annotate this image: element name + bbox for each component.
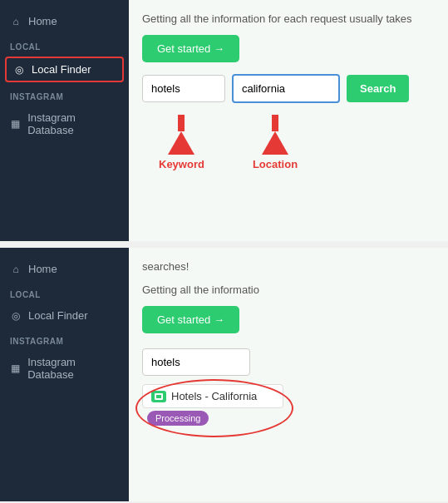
result-name-row[interactable]: Hotels - California <box>142 384 283 408</box>
location-input[interactable] <box>232 74 340 103</box>
info-text-bottom2: Getting all the informatio <box>142 283 435 298</box>
instagram-icon-bottom: ▦ <box>10 362 21 374</box>
location-arrow-label: Location <box>253 158 298 170</box>
sidebar-item-local-finder-bottom[interactable]: ◎ Local Finder <box>0 303 129 328</box>
home-label-bottom: Home <box>28 263 57 275</box>
location-arrow-shaft <box>272 115 278 131</box>
sidebar-item-instagram-top[interactable]: ▦ Instagram Database <box>0 105 129 143</box>
local-section-label: LOCAL <box>0 34 129 55</box>
local-finder-label-bottom: Local Finder <box>28 309 88 322</box>
keyword-arrow-head <box>168 131 194 155</box>
instagram-db-label: Instagram Database <box>27 111 119 136</box>
result-icon <box>151 391 166 402</box>
result-item: Hotels - California Processing <box>142 384 435 426</box>
location-arrow-group: Location <box>253 115 298 170</box>
arrows-container: Keyword Location <box>142 115 435 170</box>
info-text-top: Getting all the information for each req… <box>142 12 435 27</box>
keyword-input-bottom[interactable] <box>142 348 250 376</box>
sidebar-item-home-top[interactable]: ⌂ Home <box>0 8 129 34</box>
info-text-bottom1: searches! <box>142 259 435 274</box>
get-started-button-bottom[interactable]: Get started → <box>142 306 239 333</box>
instagram-icon: ▦ <box>10 118 21 130</box>
location-icon: ◎ <box>13 64 25 76</box>
sidebar-top: ⌂ Home LOCAL ◎ Local Finder INSTAGRAM ▦ … <box>0 0 129 241</box>
search-button[interactable]: Search <box>347 75 409 102</box>
local-section-label-bottom: LOCAL <box>0 282 129 303</box>
sidebar-item-local-finder-top[interactable]: ◎ Local Finder <box>5 57 124 82</box>
location-arrow-head <box>262 131 288 155</box>
keyword-arrow-label: Keyword <box>159 158 204 170</box>
home-icon: ⌂ <box>10 16 22 27</box>
keyword-arrow-group: Keyword <box>159 115 204 170</box>
sidebar-bottom: ⌂ Home LOCAL ◎ Local Finder INSTAGRAM ▦ … <box>0 248 129 501</box>
main-content-bottom: searches! Getting all the informatio Get… <box>129 248 448 501</box>
keyword-input-row-bottom <box>142 348 435 376</box>
result-icon-inner <box>155 393 163 400</box>
instagram-section-label: INSTAGRAM <box>0 84 129 105</box>
instagram-section-label-bottom: INSTAGRAM <box>0 328 129 349</box>
sidebar-item-home-bottom[interactable]: ⌂ Home <box>0 256 129 282</box>
get-started-button-top[interactable]: Get started → <box>142 35 239 62</box>
sidebar-item-instagram-bottom[interactable]: ▦ Instagram Database <box>0 349 129 387</box>
keyword-arrow-shaft <box>178 115 185 131</box>
keyword-input[interactable] <box>142 75 225 102</box>
local-finder-label: Local Finder <box>32 63 91 76</box>
instagram-db-label-bottom: Instagram Database <box>27 356 119 381</box>
home-label: Home <box>28 15 57 27</box>
main-content-top: Getting all the information for each req… <box>129 0 448 241</box>
home-icon-bottom: ⌂ <box>10 264 22 275</box>
search-row: Search <box>142 74 435 103</box>
location-icon-bottom: ◎ <box>10 310 22 322</box>
result-name-text: Hotels - California <box>171 390 257 402</box>
processing-badge: Processing <box>147 411 209 426</box>
